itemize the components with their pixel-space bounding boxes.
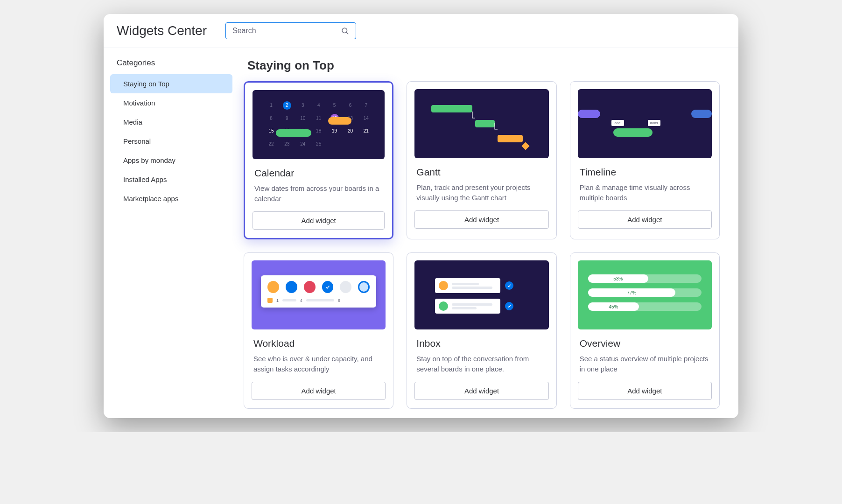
timeline-thumbnail: label label: [578, 89, 712, 158]
sidebar-item-staying-on-top[interactable]: Staying on Top: [110, 74, 232, 93]
card-description: View dates from across your boards in a …: [254, 183, 383, 204]
card-description: Plan, track and present your projects vi…: [416, 182, 547, 203]
search-icon: [341, 27, 349, 35]
card-title: Timeline: [580, 167, 710, 178]
card-title: Calendar: [254, 168, 383, 179]
add-widget-button[interactable]: Add widget: [252, 382, 386, 400]
widget-card-gantt[interactable]: Gantt Plan, track and present your proje…: [407, 81, 556, 239]
body: Categories Staying on Top Motivation Med…: [104, 48, 738, 418]
widget-card-calendar[interactable]: 1234567 891011121314 15161718192021 2223…: [244, 81, 393, 239]
svg-line-1: [346, 32, 348, 34]
search-box[interactable]: [225, 22, 356, 39]
card-title: Overview: [580, 338, 710, 349]
card-title: Workload: [253, 338, 384, 349]
header: Widgets Center: [104, 14, 738, 48]
widgets-grid: 1234567 891011121314 15161718192021 2223…: [244, 81, 720, 409]
widget-card-inbox[interactable]: Inbox Stay on top of the conversation fr…: [407, 252, 556, 409]
widget-card-timeline[interactable]: label label Timeline Plan & manage time …: [570, 81, 720, 239]
widget-card-workload[interactable]: 149 Workload See who is over & under cap…: [244, 252, 393, 409]
sidebar-item-installed-apps[interactable]: Installed Apps: [110, 170, 232, 189]
gantt-thumbnail: [414, 89, 548, 158]
main-content: Staying on Top 1234567 891011121314 1516…: [239, 48, 738, 418]
calendar-thumbnail: 1234567 891011121314 15161718192021 2223…: [253, 90, 385, 159]
add-widget-button[interactable]: Add widget: [578, 210, 712, 229]
card-title: Gantt: [416, 167, 547, 178]
sidebar-item-marketplace-apps[interactable]: Marketplace apps: [110, 189, 232, 208]
sidebar-item-apps-by-monday[interactable]: Apps by monday: [110, 151, 232, 170]
add-widget-button[interactable]: Add widget: [578, 382, 712, 400]
inbox-thumbnail: [414, 260, 548, 329]
section-title: Staying on Top: [247, 58, 720, 73]
page-title: Widgets Center: [117, 23, 207, 38]
sidebar-heading: Categories: [104, 58, 239, 74]
widgets-center-window: Widgets Center Categories Staying on Top…: [104, 14, 738, 418]
add-widget-button[interactable]: Add widget: [414, 210, 548, 229]
card-description: See a status overview of multiple projec…: [580, 354, 710, 374]
overview-thumbnail: 53% 77% 45%: [578, 260, 712, 329]
add-widget-button[interactable]: Add widget: [414, 382, 548, 400]
widget-card-overview[interactable]: 53% 77% 45% Overview See a status overvi…: [570, 252, 720, 409]
search-input[interactable]: [232, 27, 341, 35]
sidebar: Categories Staying on Top Motivation Med…: [104, 48, 239, 418]
card-description: See who is over & under capacity, and as…: [253, 354, 384, 374]
card-description: Stay on top of the conversation from sev…: [416, 354, 547, 374]
sidebar-item-media[interactable]: Media: [110, 112, 232, 132]
card-description: Plan & manage time visually across multi…: [580, 182, 710, 203]
workload-thumbnail: 149: [252, 260, 386, 329]
add-widget-button[interactable]: Add widget: [253, 211, 385, 230]
sidebar-item-personal[interactable]: Personal: [110, 132, 232, 151]
card-title: Inbox: [416, 338, 547, 349]
sidebar-item-motivation[interactable]: Motivation: [110, 93, 232, 112]
